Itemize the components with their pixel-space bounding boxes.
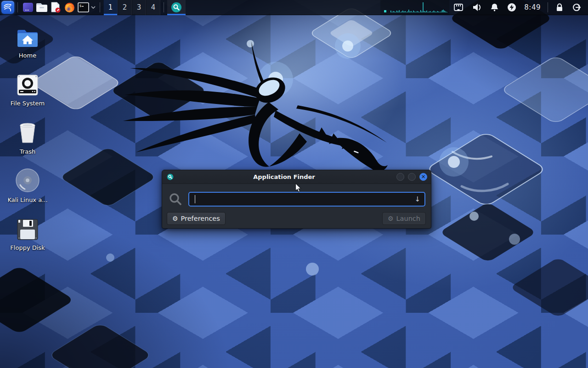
- text-editor-icon: [50, 2, 61, 13]
- workspace-number: 4: [151, 3, 156, 12]
- desktop-icon-trash[interactable]: Trash: [1, 120, 54, 167]
- clock[interactable]: 8:49: [524, 3, 541, 12]
- launcher-text-editor[interactable]: [49, 0, 62, 14]
- workspace-number: 3: [137, 3, 141, 12]
- preferences-button[interactable]: ⚙ Preferences: [167, 212, 226, 225]
- notifications-bell-icon: [490, 3, 499, 12]
- launcher-file-manager[interactable]: [35, 0, 49, 14]
- panel-separator: [548, 2, 548, 12]
- home-folder-icon: [17, 24, 39, 48]
- desktop-icon-label: Kali Linux a...: [7, 196, 47, 203]
- desktop-icon-label: Floppy Disk: [10, 244, 45, 251]
- lock-screen-button[interactable]: [555, 3, 564, 12]
- desktop-icon-home[interactable]: Home: [1, 24, 54, 71]
- workspace-2[interactable]: 2: [118, 0, 132, 15]
- notifications-tray-button[interactable]: [490, 3, 499, 12]
- launcher-terminal[interactable]: $: [76, 0, 90, 14]
- launcher-app-window[interactable]: [21, 0, 35, 14]
- chevron-down-icon: [91, 6, 96, 9]
- desktop-icon-kali-cd[interactable]: Kali Linux a...: [1, 168, 54, 215]
- arrow-down-icon[interactable]: ↓: [414, 196, 420, 203]
- workspace-3[interactable]: 3: [132, 0, 146, 15]
- logout-icon: [572, 3, 581, 12]
- top-panel: $ 1 2 3 4: [0, 0, 588, 15]
- minimize-button[interactable]: [396, 173, 404, 181]
- workspace-number: 2: [123, 3, 127, 12]
- text-caret: [195, 195, 195, 203]
- floppy-icon: [17, 216, 38, 240]
- power-manager-tray-button[interactable]: [507, 3, 516, 12]
- desktop-icon-label: Home: [19, 52, 36, 59]
- desktop-icon-label: File System: [11, 100, 45, 107]
- app-window-icon: [23, 2, 34, 12]
- search-input[interactable]: ↓: [188, 192, 425, 207]
- window-app-icon: [167, 173, 174, 180]
- firefox-icon: [64, 2, 75, 13]
- launch-button[interactable]: ⚙ Launch: [382, 212, 426, 225]
- logout-button[interactable]: [572, 3, 581, 12]
- launcher-firefox[interactable]: [62, 0, 76, 14]
- terminal-dropdown-button[interactable]: [90, 6, 96, 9]
- power-icon: [507, 3, 516, 12]
- workspace-4[interactable]: 4: [146, 0, 160, 15]
- cpu-legend-swatch: [384, 10, 386, 12]
- close-button[interactable]: ✕: [419, 173, 427, 181]
- volume-icon: [472, 3, 482, 12]
- preferences-label: Preferences: [181, 215, 220, 222]
- workspace-number: 1: [108, 3, 113, 12]
- network-tray-button[interactable]: [453, 3, 464, 12]
- maximize-button[interactable]: [408, 173, 416, 181]
- desktop-icon-floppy-disk[interactable]: Floppy Disk: [1, 216, 54, 263]
- application-finder-window: Application Finder ✕ ↓ ⚙ Preferences ⚙ L…: [162, 170, 431, 229]
- workspace-1[interactable]: 1: [103, 0, 118, 15]
- network-icon: [453, 3, 464, 12]
- mouse-cursor: [294, 183, 302, 192]
- trash-icon: [17, 120, 38, 144]
- terminal-icon: $: [78, 2, 89, 12]
- gear-icon: ⚙: [172, 215, 178, 222]
- panel-separator: [100, 2, 100, 12]
- svg-text:$: $: [79, 4, 81, 8]
- desktop-icon-file-system[interactable]: File System: [1, 72, 54, 119]
- launch-label: Launch: [396, 215, 420, 222]
- applications-menu-button[interactable]: [1, 1, 14, 14]
- window-title: Application Finder: [181, 173, 388, 180]
- cpu-history-graph[interactable]: [380, 0, 449, 15]
- lock-icon: [555, 3, 564, 12]
- search-icon: [169, 192, 182, 206]
- drive-icon: [17, 72, 38, 96]
- launch-gear-icon: ⚙: [388, 215, 394, 222]
- volume-tray-button[interactable]: [472, 3, 482, 12]
- cd-disc-icon: [16, 168, 40, 192]
- taskbar-application-finder[interactable]: [167, 0, 186, 15]
- kali-logo-icon: [3, 2, 13, 12]
- file-manager-icon: [36, 2, 48, 12]
- panel-separator: [164, 2, 164, 12]
- finder-task-icon: [171, 2, 182, 13]
- window-titlebar[interactable]: Application Finder ✕: [162, 170, 431, 184]
- desktop-icon-label: Trash: [20, 148, 35, 155]
- panel-separator: [17, 2, 18, 12]
